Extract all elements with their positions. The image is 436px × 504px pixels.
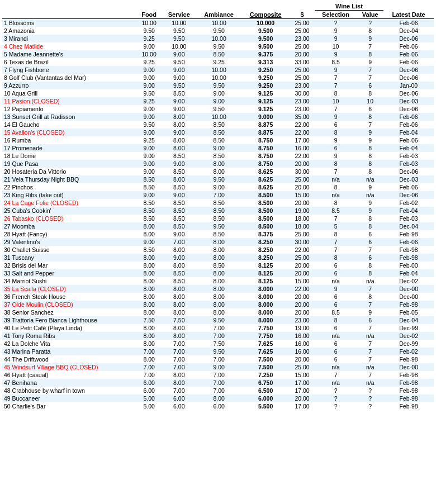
table-row: 25 Cuba's Cookin' 8.50 8.50 8.50 8.500 1… [2, 207, 434, 215]
cell-ambiance: 10.00 [196, 74, 241, 82]
cell-value: 9 [357, 199, 383, 207]
cell-name: 3 Mirandi [2, 35, 136, 42]
cell-selection: 6 [315, 340, 357, 348]
main-container: Wine List Food Service Ambiance Composit… [0, 0, 436, 412]
cell-selection: 7 [315, 246, 357, 254]
cell-dollar: 23.00 [290, 316, 314, 324]
cell-selection: 8 [315, 316, 357, 324]
cell-name: 38 Senior Sanchez [2, 308, 136, 316]
cell-ambiance: 9.00 [196, 183, 241, 191]
cell-selection: 5 [315, 222, 357, 230]
cell-date: Feb-98 [383, 355, 434, 363]
cell-food: 8.50 [136, 207, 162, 215]
cell-date: Dec-04 [383, 316, 434, 324]
cell-composite: 8.000 [241, 308, 290, 316]
cell-date: Feb-04 [383, 207, 434, 215]
cell-ambiance: 9.50 [196, 27, 241, 35]
cell-name: 19 Que Pasa [2, 160, 136, 168]
cell-ambiance: 6.00 [196, 402, 241, 410]
header-wine-list: Wine List [315, 2, 383, 11]
cell-service: 8.00 [162, 136, 196, 144]
cell-food: 7.00 [136, 363, 162, 371]
cell-date: Feb-98 [383, 301, 434, 308]
table-row: 26 Tabasko (CLOSED) 8.50 8.50 8.50 8.500… [2, 215, 434, 222]
table-row: 19 Que Pasa 9.00 9.00 8.00 8.750 20.00 8… [2, 160, 434, 168]
cell-composite: 8.750 [241, 160, 290, 168]
cell-service: 9.00 [162, 105, 196, 113]
cell-service: 9.50 [162, 82, 196, 89]
cell-selection: n/a [315, 277, 357, 285]
cell-food: 8.00 [136, 308, 162, 316]
cell-ambiance: 9.50 [196, 316, 241, 324]
header-labels-row: Food Service Ambiance Composite $ Select… [2, 11, 434, 19]
cell-date: Feb-00 [383, 261, 434, 269]
cell-food: 9.50 [136, 27, 162, 35]
table-row: 36 French Steak House 8.00 8.00 8.00 8.0… [2, 293, 434, 301]
cell-composite: 8.375 [241, 230, 290, 238]
cell-food: 9.50 [136, 89, 162, 97]
cell-name: 13 Sunset Grill at Radisson [2, 113, 136, 121]
cell-ambiance: 8.00 [196, 285, 241, 293]
cell-dollar: 20.00 [290, 394, 314, 402]
table-row: 39 Trattoria Fero Bianca Lighthouse 7.50… [2, 316, 434, 324]
cell-service: 9.50 [162, 27, 196, 35]
cell-ambiance: 10.00 [196, 35, 241, 42]
cell-food: 9.00 [136, 160, 162, 168]
cell-service: 8.50 [162, 215, 196, 222]
table-row: 12 Papiamento 9.00 9.00 9.50 9.125 23.00… [2, 105, 434, 113]
cell-composite: 7.250 [241, 371, 290, 379]
cell-ambiance: 8.00 [196, 160, 241, 168]
table-row: 37 Olde Moulin (CLOSED) 8.00 8.00 8.00 8… [2, 301, 434, 308]
cell-date: Feb-06 [383, 136, 434, 144]
cell-food: 8.00 [136, 254, 162, 261]
cell-value: 8 [357, 269, 383, 277]
cell-food: 8.50 [136, 175, 162, 183]
cell-date: Feb-02 [383, 348, 434, 355]
cell-selection: 9 [315, 66, 357, 74]
cell-service: 10.00 [162, 19, 196, 27]
cell-composite: 9.375 [241, 50, 290, 58]
cell-composite: 8.750 [241, 152, 290, 160]
cell-date: Feb-98 [383, 379, 434, 387]
cell-ambiance: 8.50 [196, 129, 241, 136]
cell-date: Feb-05 [383, 308, 434, 316]
cell-ambiance: 8.50 [196, 261, 241, 269]
header-value: Value [357, 11, 383, 19]
cell-food: 8.50 [136, 199, 162, 207]
cell-date: Dec-00 [383, 293, 434, 301]
cell-food: 9.00 [136, 105, 162, 113]
cell-food: 10.00 [136, 19, 162, 27]
cell-name: 40 Le Petit Café (Playa Linda) [2, 324, 136, 332]
cell-service: 9.50 [162, 58, 196, 66]
cell-ambiance: 8.50 [196, 136, 241, 144]
cell-ambiance: 8.00 [196, 394, 241, 402]
cell-name: 7 Flyng Fishbone [2, 66, 136, 74]
cell-name: 28 Hyatt (Fancy) [2, 230, 136, 238]
cell-dollar: 25.00 [290, 19, 314, 27]
cell-name: 45 Windsurf Village BBQ (CLOSED) [2, 363, 136, 371]
table-row: 49 Buccaneer 5.00 6.00 8.00 6.000 20.00 … [2, 394, 434, 402]
cell-ambiance: 7.00 [196, 332, 241, 340]
cell-dollar: 19.00 [290, 324, 314, 332]
cell-composite: 6.000 [241, 394, 290, 402]
cell-service: 8.50 [162, 199, 196, 207]
table-row: 6 Texas de Brazil 9.25 9.50 9.25 9.313 3… [2, 58, 434, 66]
cell-service: 7.00 [162, 238, 196, 246]
cell-value: 8 [357, 144, 383, 152]
cell-selection: 6 [315, 355, 357, 363]
cell-name: 23 King Ribs (take out) [2, 191, 136, 199]
cell-food: 10.00 [136, 50, 162, 58]
cell-name: 26 Tabasko (CLOSED) [2, 215, 136, 222]
cell-service: 8.00 [162, 285, 196, 293]
cell-service: 8.00 [162, 324, 196, 332]
cell-dollar: 20.00 [290, 50, 314, 58]
cell-food: 7.00 [136, 371, 162, 379]
cell-service: 8.00 [162, 144, 196, 152]
cell-food: 9.50 [136, 121, 162, 129]
cell-selection: 8.5 [315, 308, 357, 316]
cell-service: 8.50 [162, 207, 196, 215]
cell-selection: 6 [315, 348, 357, 355]
cell-selection: 8 [315, 254, 357, 261]
cell-ambiance: 8.50 [196, 199, 241, 207]
cell-selection: 8 [315, 199, 357, 207]
